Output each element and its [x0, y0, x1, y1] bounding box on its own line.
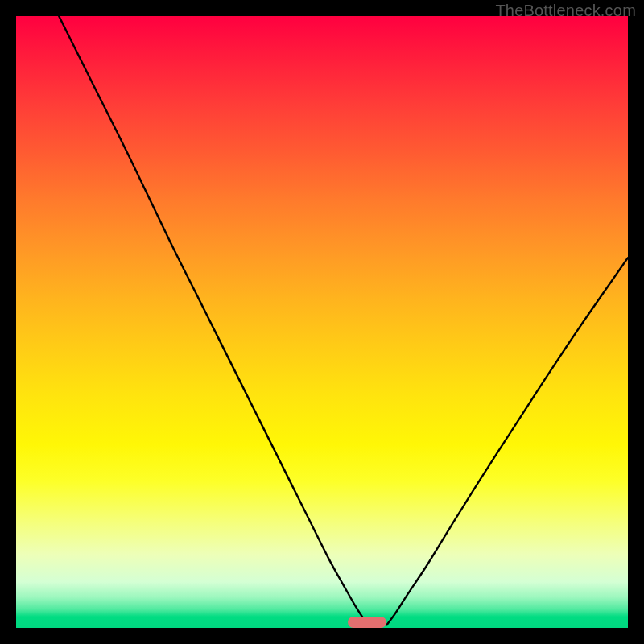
chart-frame: TheBottleneck.com [0, 0, 644, 644]
curve-right-branch [387, 258, 628, 625]
curve-svg [16, 16, 628, 628]
valley-marker [348, 617, 386, 628]
plot-area [16, 16, 628, 628]
curve-left-branch [59, 16, 369, 625]
